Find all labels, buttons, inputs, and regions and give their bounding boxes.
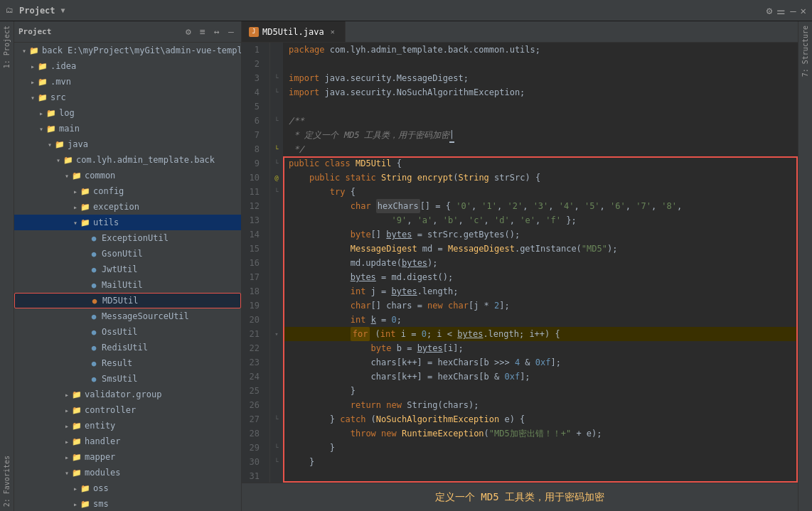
ln-22: 22 [242,341,264,355]
tree-item-result[interactable]: ● Result [14,355,241,371]
tree-label-exceptionutil: ExceptionUtil [102,233,169,243]
tree-item-smsutil[interactable]: ● SmsUtil [14,371,241,387]
tree-item-handler[interactable]: ▸ 📁 handler [14,434,241,449]
folder-icon-controller: 📁 [71,404,82,416]
tree-item-src[interactable]: ▾ 📁 src [14,90,241,105]
arrow-result [80,359,88,367]
tree-item-mailutil[interactable]: ● MailUtil [14,277,241,293]
tree-item-config[interactable]: ▸ 📁 config [14,183,241,199]
tree-item-gsonutil[interactable]: ● GsonUtil [14,246,241,262]
tree-item-main[interactable]: ▾ 📁 main [14,121,241,136]
tab-md5util[interactable]: J MD5Util.java ✕ [242,21,346,42]
tree-label-ossutil: OssUtil [102,327,138,337]
tab-close-button[interactable]: ✕ [328,27,338,37]
tree-label-smsutil: SmsUtil [102,374,138,384]
ln-17: 17 [242,270,264,284]
tooltip-text: 定义一个 MD5 工具类，用于密码加密 [435,491,604,504]
code-line-19: char[] chars = new char[j * 2]; [283,298,798,313]
tree-item-utils[interactable]: ▾ 📁 utils [14,215,241,230]
project-panel-label[interactable]: 1: Project [1,21,12,72]
sidebar-project-label: Project [18,27,51,36]
dropdown-icon[interactable]: ▼ [61,6,65,14]
right-side-panel: 7: Structure [798,21,812,511]
code-line-20: int k = 0; [283,313,798,327]
tree-item-validatorgroup[interactable]: ▸ 📁 validator.group [14,387,241,402]
structure-panel-label[interactable]: 7: Structure [800,21,811,81]
tree-label-result: Result [102,358,132,368]
tree-item-controller[interactable]: ▸ 📁 controller [14,402,241,418]
tree-item-jwtutil[interactable]: ● JwtUtil [14,262,241,277]
tree-item-sms[interactable]: ▸ 📁 sms [14,496,241,511]
folder-icon-handler: 📁 [71,436,82,447]
code-line-23: chars[k++] = hexChars[b >>> 4 & 0xf]; [283,355,798,370]
code-line-2 [283,57,798,71]
ln-3: 3 [242,71,264,85]
folder-icon-validatorgroup: 📁 [71,389,82,400]
expand-icon[interactable]: ↔ [211,26,223,38]
ln-28: 28 [242,426,264,441]
tree-item-back[interactable]: ▾ 📁 back E:\myProject\myGit\admin-vue-te… [14,43,241,58]
tree-item-java[interactable]: ▾ 📁 java [14,136,241,152]
project-title: Project [19,6,55,16]
folder-icon-config: 📁 [80,185,91,197]
tree-item-exception[interactable]: ▸ 📁 exception [14,199,241,215]
tree-item-mvn[interactable]: ▸ 📁 .mvn [14,74,241,90]
tree-label-log: log [59,108,75,118]
tree-item-ossutil[interactable]: ● OssUtil [14,324,241,340]
arrow-common: ▾ [63,171,71,180]
tree-item-modules[interactable]: ▾ 📁 modules [14,465,241,480]
arrow-src: ▾ [28,93,37,102]
folder-icon-java: 📁 [54,139,65,150]
ln-18: 18 [242,284,264,298]
code-line-4: import java.security.NoSuchAlgorithmExce… [283,85,798,99]
sidebar-toolbar-icons: ⚙ ≡ ↔ — [183,26,237,38]
arrow-main: ▾ [37,124,46,133]
ln-25: 25 [242,384,264,398]
folder-icon-mvn: 📁 [37,76,48,87]
arrow-exception: ▸ [71,203,80,211]
tree-label-exception: exception [93,202,139,212]
bottom-bar: 定义一个 MD5 工具类，用于密码加密 [242,483,798,511]
editor-wrapper: J MD5Util.java ✕ 1 2 3 4 5 6 7 8 9 [242,21,798,511]
collapse-icon[interactable]: — [225,26,237,38]
tree-item-common[interactable]: ▾ 📁 common [14,168,241,183]
arrow-md5util [80,296,89,305]
tree-item-messagesourceutil[interactable]: ● MessageSourceUtil [14,308,241,324]
tab-bar: J MD5Util.java ✕ [242,21,798,43]
ln-19: 19 [242,298,264,313]
tree-item-entity[interactable]: ▸ 📁 entity [14,418,241,434]
tree-label-validatorgroup: validator.group [85,389,161,399]
arrow-ossutil [80,328,88,336]
code-line-21: for (int i = 0; i < bytes.length; i++) { [283,327,798,341]
folder-icon-oss: 📁 [80,483,91,494]
ln-10: 10 [242,171,264,185]
tree-item-mapper[interactable]: ▸ 📁 mapper [14,449,241,465]
code-line-6: /** [283,114,798,128]
java-icon-redisutil: ● [88,342,100,353]
arrow-back: ▾ [20,46,28,55]
arrow-idea: ▸ [28,62,37,70]
close-icon[interactable]: ✕ [801,5,806,16]
sort-icon[interactable]: ≡ [197,26,208,38]
arrow-exceptionutil [80,234,88,242]
tab-label: MD5Util.java [262,27,324,37]
tree-item-md5util[interactable]: ● MD5Util [14,293,241,308]
tree-item-com[interactable]: ▾ 📁 com.lyh.admin_template.back [14,152,241,168]
settings-icon[interactable]: ⚙ [766,5,772,16]
tree-item-log[interactable]: ▸ 📁 log [14,105,241,121]
tree-item-oss[interactable]: ▸ 📁 oss [14,480,241,496]
ln-16: 16 [242,256,264,270]
tree-label-modules: modules [85,468,121,478]
layout-icon[interactable]: ⚌ [776,5,786,16]
java-icon-smsutil: ● [88,373,100,384]
code-line-15: MessageDigest md = MessageDigest.getInst… [283,242,798,256]
ln-13: 13 [242,213,264,227]
tree-item-exceptionutil[interactable]: ● ExceptionUtil [14,230,241,246]
tree-item-redisutil[interactable]: ● RedisUtil [14,340,241,355]
tree-item-idea[interactable]: ▸ 📁 .idea [14,58,241,74]
favorites-panel-label[interactable]: 2: Favorites [1,451,12,511]
minimize-icon[interactable]: — [790,5,796,16]
gear-icon[interactable]: ⚙ [183,26,194,38]
arrow-redisutil [80,343,88,352]
code-editor[interactable]: package com.lyh.admin_template.back.comm… [283,43,798,483]
